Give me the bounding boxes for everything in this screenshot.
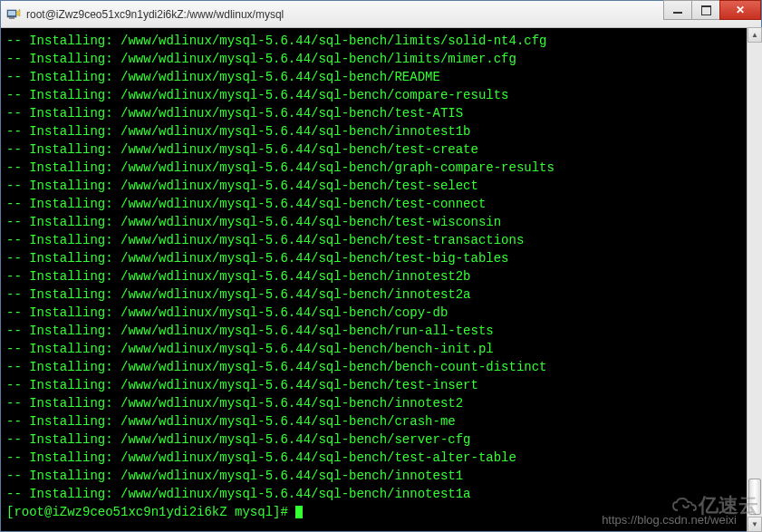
terminal-line: -- Installing: /www/wdlinux/mysql-5.6.44… <box>6 86 756 104</box>
scroll-up-button[interactable]: ▲ <box>748 27 762 43</box>
terminal-line: -- Installing: /www/wdlinux/mysql-5.6.44… <box>6 267 756 285</box>
terminal-line: -- Installing: /www/wdlinux/mysql-5.6.44… <box>6 159 756 177</box>
titlebar[interactable]: root@iZwz9ceo51xc9n1ydi2i6kZ:/www/wdlinu… <box>1 1 761 28</box>
cursor <box>295 506 303 518</box>
terminal-window: root@iZwz9ceo51xc9n1ydi2i6kZ:/www/wdlinu… <box>0 0 762 532</box>
svg-rect-2 <box>9 17 14 19</box>
terminal-line: -- Installing: /www/wdlinux/mysql-5.6.44… <box>6 430 756 449</box>
terminal-line: -- Installing: /www/wdlinux/mysql-5.6.44… <box>6 394 756 412</box>
minimize-button[interactable] <box>663 0 692 20</box>
terminal-line: -- Installing: /www/wdlinux/mysql-5.6.44… <box>6 140 756 159</box>
svg-rect-1 <box>8 11 15 15</box>
terminal-line: -- Installing: /www/wdlinux/mysql-5.6.44… <box>6 177 756 195</box>
scroll-thumb[interactable] <box>748 479 761 515</box>
terminal-line: -- Installing: /www/wdlinux/mysql-5.6.44… <box>6 449 756 467</box>
terminal-line: -- Installing: /www/wdlinux/mysql-5.6.44… <box>6 285 756 304</box>
terminal-line: -- Installing: /www/wdlinux/mysql-5.6.44… <box>6 50 756 68</box>
terminal-line: -- Installing: /www/wdlinux/mysql-5.6.44… <box>6 467 756 485</box>
terminal-line: -- Installing: /www/wdlinux/mysql-5.6.44… <box>6 485 756 503</box>
close-button[interactable] <box>719 0 761 20</box>
vertical-scrollbar[interactable]: ▲ ▼ <box>747 27 762 532</box>
terminal-line: -- Installing: /www/wdlinux/mysql-5.6.44… <box>6 68 756 86</box>
terminal-line: -- Installing: /www/wdlinux/mysql-5.6.44… <box>6 340 756 358</box>
window-title: root@iZwz9ceo51xc9n1ydi2i6kZ:/www/wdlinu… <box>26 8 663 21</box>
terminal-line: -- Installing: /www/wdlinux/mysql-5.6.44… <box>6 213 756 231</box>
terminal-output[interactable]: -- Installing: /www/wdlinux/mysql-5.6.44… <box>1 28 761 531</box>
scroll-down-button[interactable]: ▼ <box>748 517 762 532</box>
terminal-line: -- Installing: /www/wdlinux/mysql-5.6.44… <box>6 122 756 140</box>
putty-icon <box>6 7 21 22</box>
terminal-prompt[interactable]: [root@iZwz9ceo51xc9n1ydi2i6kZ mysql]# <box>6 503 756 521</box>
terminal-line: -- Installing: /www/wdlinux/mysql-5.6.44… <box>6 104 756 122</box>
terminal-line: -- Installing: /www/wdlinux/mysql-5.6.44… <box>6 412 756 430</box>
terminal-line: -- Installing: /www/wdlinux/mysql-5.6.44… <box>6 358 756 376</box>
maximize-button[interactable] <box>691 0 720 20</box>
window-controls <box>663 1 761 27</box>
scroll-track[interactable] <box>748 43 762 517</box>
terminal-line: -- Installing: /www/wdlinux/mysql-5.6.44… <box>6 304 756 322</box>
terminal-line: -- Installing: /www/wdlinux/mysql-5.6.44… <box>6 376 756 394</box>
terminal-line: -- Installing: /www/wdlinux/mysql-5.6.44… <box>6 32 756 50</box>
terminal-line: -- Installing: /www/wdlinux/mysql-5.6.44… <box>6 322 756 340</box>
terminal-line: -- Installing: /www/wdlinux/mysql-5.6.44… <box>6 195 756 213</box>
terminal-line: -- Installing: /www/wdlinux/mysql-5.6.44… <box>6 231 756 249</box>
terminal-line: -- Installing: /www/wdlinux/mysql-5.6.44… <box>6 249 756 267</box>
